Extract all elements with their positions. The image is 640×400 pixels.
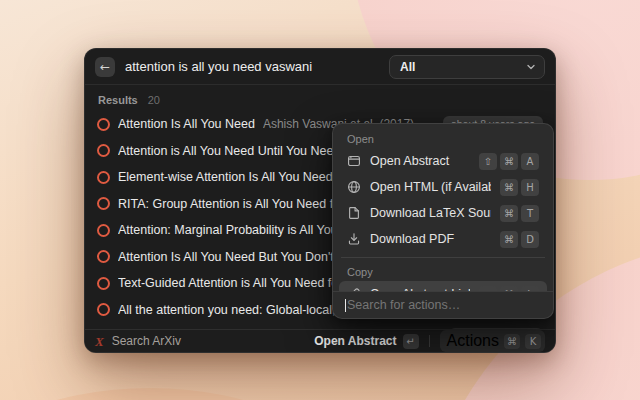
filter-dropdown[interactable]: All [389, 55, 545, 79]
arrow-left-icon: ← [100, 60, 110, 74]
t-keycap: T [521, 205, 539, 222]
back-button[interactable]: ← [95, 57, 115, 77]
filter-dropdown-value: All [400, 60, 415, 74]
return-keycap: ↵ [403, 334, 419, 349]
result-title: Element-wise Attention Is All You Need [118, 170, 333, 184]
primary-action-label: Open Abstract [314, 334, 396, 348]
action-panel: Open Open Abstract ⇧ ⌘ A [332, 123, 554, 319]
menu-item-label: Download LaTeX Source [370, 206, 491, 220]
browser-window-icon [347, 154, 361, 168]
cmd-keycap: ⌘ [500, 231, 518, 248]
chevron-down-icon [526, 62, 536, 72]
arxiv-paper-icon [97, 224, 110, 237]
actions-search-field[interactable] [333, 291, 553, 318]
a-keycap: A [521, 153, 539, 170]
cmd-keycap: ⌘ [500, 153, 518, 170]
arxiv-paper-icon [97, 303, 110, 316]
text-cursor [345, 299, 346, 312]
search-input[interactable] [125, 59, 379, 74]
actions-search-input[interactable] [347, 298, 541, 312]
menu-divider [341, 257, 545, 258]
results-count: 20 [148, 94, 160, 106]
arxiv-logo-icon: X [95, 335, 104, 348]
result-title: Attention Is All You Need [118, 117, 255, 131]
arxiv-paper-icon [97, 144, 110, 157]
shift-keycap: ⇧ [479, 153, 497, 170]
cmd-keycap: ⌘ [504, 334, 520, 349]
menu-item-label: Open HTML (if Available) [370, 180, 491, 194]
arxiv-paper-icon [97, 250, 110, 263]
search-bar: ← All [85, 49, 555, 85]
raycast-window: ← All Results 20 Attention Is All You Ne… [84, 48, 556, 353]
footer-divider [429, 335, 430, 347]
section-title-open: Open [339, 130, 547, 148]
results-label: Results [98, 94, 138, 106]
menu-item-download-latex[interactable]: Download LaTeX Source ⌘ T [339, 200, 547, 226]
menu-item-copy-abstract-link[interactable]: Copy Abstract Link ⌥ ⌘ L [339, 281, 547, 291]
status-bar: X Search ArXiv Open Abstract ↵ Actions ⌘… [85, 329, 555, 352]
download-icon [347, 232, 361, 246]
menu-item-open-html[interactable]: Open HTML (if Available) ⌘ H [339, 174, 547, 200]
actions-button[interactable]: Actions ⌘ K [440, 330, 545, 352]
k-keycap: K [525, 334, 541, 349]
cmd-keycap: ⌘ [500, 205, 518, 222]
cmd-keycap: ⌘ [500, 179, 518, 196]
d-keycap: D [521, 231, 539, 248]
desktop: ← All Results 20 Attention Is All You Ne… [0, 0, 640, 400]
primary-action-button[interactable]: Open Abstract ↵ [314, 334, 418, 349]
actions-label: Actions [447, 332, 499, 350]
menu-item-download-pdf[interactable]: Download PDF ⌘ D [339, 226, 547, 252]
globe-icon [347, 180, 361, 194]
menu-item-label: Open Abstract [370, 154, 470, 168]
arxiv-paper-icon [97, 118, 110, 131]
wallpaper-circle [0, 388, 520, 400]
h-keycap: H [521, 179, 539, 196]
menu-item-open-abstract[interactable]: Open Abstract ⇧ ⌘ A [339, 148, 547, 174]
arxiv-paper-icon [97, 197, 110, 210]
menu-item-label: Download PDF [370, 232, 491, 246]
action-panel-list: Open Open Abstract ⇧ ⌘ A [333, 124, 553, 291]
extension-name: Search ArXiv [112, 334, 181, 348]
arxiv-paper-icon [97, 277, 110, 290]
section-title-copy: Copy [339, 263, 547, 281]
document-icon [347, 206, 361, 220]
arxiv-paper-icon [97, 171, 110, 184]
results-header: Results 20 [85, 85, 555, 111]
